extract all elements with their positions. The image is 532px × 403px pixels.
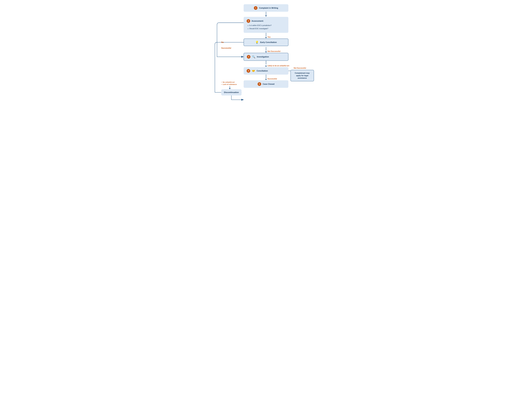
step1-label: Complaint in Writing <box>259 7 278 9</box>
step5-badge: 4 <box>247 69 250 73</box>
discontinuation-region: No unlawful act Lack of substance Discon… <box>221 80 241 96</box>
conciliation-box: 4 🤝 Conciliation <box>244 67 288 75</box>
search-icon: 🔍 <box>252 55 255 58</box>
lightbulb-icon: 💡 <box>255 41 259 44</box>
step4-badge: 3 <box>247 55 250 59</box>
discontinuation-box: Discontinuation <box>221 89 241 96</box>
early-conciliation-box: 💡 Early Conciliation <box>244 38 288 46</box>
case-closed-box: 5 Case Closed <box>244 80 288 88</box>
arrow-not-successful-1: Not Successful <box>215 47 317 53</box>
yes-label: Yes <box>267 36 271 38</box>
svg-marker-3 <box>229 88 231 89</box>
assessment-list: Is it within EOC's jurisdiction? Should … <box>247 24 285 31</box>
not-successful-2-label: Not Successful <box>294 67 314 69</box>
case-closed-label: Case Closed <box>263 83 274 85</box>
arrow-successful: Successful <box>215 75 317 80</box>
likely-unlawful-label: Likely to be an unlawful act <box>267 65 289 67</box>
assessment-title: 2 Assessment: <box>247 19 285 23</box>
step2-badge: 2 <box>247 19 250 23</box>
assessment-item-2: Should EOC investigate? <box>248 27 285 31</box>
handshake-icon: 🤝 <box>252 69 255 72</box>
investigation-box: 3 🔍 Investigation <box>244 53 288 61</box>
no-region: No <box>221 41 224 44</box>
assessment-item-1: Is it within EOC's jurisdiction? <box>248 24 285 27</box>
assessment-box: 2 Assessment: Is it within EOC's jurisdi… <box>244 17 288 33</box>
step6-badge: 5 <box>258 82 261 86</box>
successful-label: Successful <box>267 78 277 80</box>
step1-box: 1 Complaint in Writing <box>244 4 288 12</box>
no-unlawful-item: No unlawful act <box>221 81 241 83</box>
flowchart: 1 Complaint in Writing 2 Assessment: Is … <box>215 4 317 88</box>
early-conciliation-label: Early Conciliation <box>260 41 277 44</box>
discontinuation-label: Discontinuation <box>224 91 239 94</box>
lack-substance-item: Lack of substance <box>221 83 241 85</box>
conciliation-label: Conciliation <box>257 70 268 72</box>
no-label: No <box>221 41 224 43</box>
bullet-list: No unlawful act Lack of substance <box>221 80 241 86</box>
step1-badge: 1 <box>254 6 258 10</box>
arrow-1 <box>215 12 317 17</box>
investigation-label: Investigation <box>257 56 269 58</box>
disc-arrow <box>229 86 231 89</box>
not-successful-1-label: Not Successful <box>267 50 280 52</box>
arrow-yes: Yes <box>215 33 317 38</box>
arrow-likely-unlawful: Likely to be an unlawful act <box>215 61 317 67</box>
